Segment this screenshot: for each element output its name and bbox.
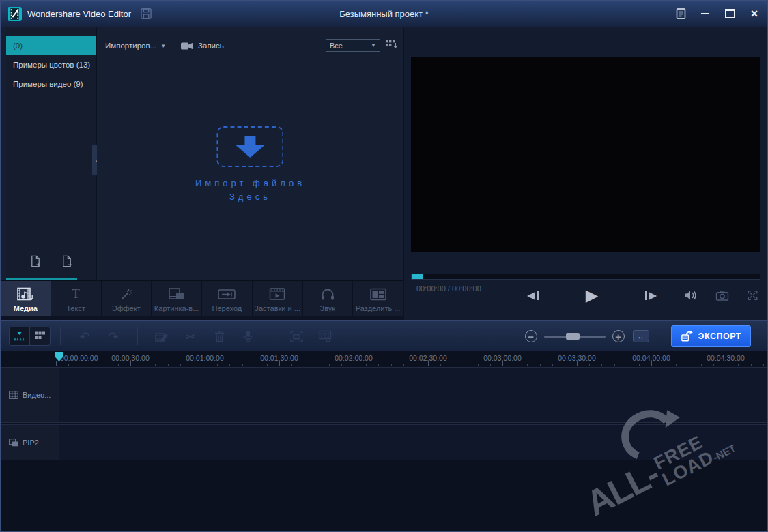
text-t-icon: T (72, 286, 80, 302)
ruler-label: 00:01:30:00 (260, 354, 298, 362)
track-pip2: PIP2 (1, 424, 767, 460)
tab-transition[interactable]: Переход (202, 281, 253, 316)
zoom-slider[interactable] (544, 336, 606, 338)
ruler-label: 00:01:00:00 (186, 354, 223, 362)
project-title: Безымянный проект * (339, 9, 429, 19)
volume-button[interactable] (684, 290, 698, 301)
toolbar-separator (272, 327, 272, 345)
tab-sound[interactable]: Звук (303, 281, 354, 316)
tab-label: Звук (320, 304, 336, 312)
tab-pip[interactable]: Картинка-в... (152, 281, 202, 316)
menu-icon[interactable] (674, 8, 687, 20)
ruler-label: 00:03:00:00 (483, 354, 521, 362)
tab-intro[interactable]: Заставки и ... (253, 281, 303, 316)
app-logo-icon (8, 7, 22, 21)
storyboard-view-button[interactable] (29, 327, 50, 345)
seek-handle[interactable] (412, 274, 423, 279)
track-video: Видео... (1, 367, 767, 423)
fullscreen-button[interactable] (747, 290, 758, 301)
timeline-ruler[interactable]: 00:00:00:00 00:00:30:00 00:01:00:00 00:0… (1, 351, 767, 368)
fit-timeline-button[interactable]: ↔ (633, 330, 649, 342)
library-sidebar: (0) Примеры цветов (13) Примеры видео (9… (6, 27, 97, 280)
import-dropdown[interactable]: Импортиров... ▼ (105, 42, 166, 50)
timeline-panel: 00:00:00:00 00:00:30:00 00:01:00:00 00:0… (1, 351, 767, 532)
minimize-button[interactable] (699, 8, 711, 20)
seek-bar[interactable] (411, 274, 760, 280)
video-viewport (411, 57, 760, 252)
view-toggle-group (9, 327, 51, 346)
picture-in-picture-icon (169, 286, 185, 302)
import-dropzone[interactable]: Импорт файлов Здесь (195, 126, 305, 204)
maximize-icon (725, 9, 735, 18)
playhead-line[interactable] (59, 360, 59, 523)
close-button[interactable]: × (748, 8, 760, 20)
media-film-icon (17, 286, 34, 302)
window-controls: × (674, 1, 760, 27)
split-scissors-button[interactable]: ✂ (182, 327, 199, 345)
record-button[interactable]: Запись (181, 42, 224, 50)
tab-label: Эффект (112, 304, 141, 312)
transition-arrow-icon (218, 286, 236, 302)
feature-tabbar: Медиа T Текст Эффект Картин (1, 280, 403, 316)
timeline-view-button[interactable] (10, 327, 29, 345)
intro-clip-icon (269, 286, 285, 302)
ruler-label: 00:04:00:00 (632, 354, 670, 362)
watermark-text: ALL- (582, 458, 664, 520)
sidebar-item-sample-colors[interactable]: Примеры цветов (13) (6, 55, 96, 74)
edit-clip-button[interactable] (153, 327, 171, 345)
titlebar: Wondershare Video Editor Безымянный прое… (1, 1, 767, 27)
track-pip2-lane[interactable] (59, 424, 767, 460)
dropzone-border (217, 126, 284, 167)
undo-button[interactable]: ↶ (76, 327, 94, 345)
zoom-out-button[interactable]: − (525, 330, 537, 342)
export-button[interactable]: ЭКСПОРТ (671, 325, 751, 347)
ruler-label: 00:02:30:00 (409, 354, 446, 362)
ruler-label: 00:00:00:00 (60, 354, 98, 362)
previous-frame-button[interactable]: ◀ (527, 289, 540, 301)
media-library-panel: (0) Примеры цветов (13) Примеры видео (9… (1, 27, 403, 280)
step-back-icon: ◀ (527, 289, 535, 301)
scene-detect-button[interactable] (287, 327, 305, 345)
play-icon: ▶ (586, 286, 598, 305)
zoom-in-button[interactable]: + (612, 330, 625, 342)
dropzone-line2: Здесь (195, 190, 305, 204)
redo-button[interactable]: ↷ (104, 327, 122, 345)
export-label: ЭКСПОРТ (698, 331, 741, 341)
step-forward-icon: ▶ (649, 289, 657, 301)
preview-tools (684, 280, 758, 310)
filter-dropdown[interactable]: Все ▼ (326, 39, 380, 52)
play-button[interactable]: ▶ (586, 286, 598, 305)
sidebar-item-sample-videos[interactable]: Примеры видео (9) (6, 74, 96, 93)
delete-button[interactable] (210, 327, 228, 345)
tab-split[interactable]: Разделить ... (353, 281, 403, 316)
sort-view-icon[interactable] (385, 39, 398, 50)
tab-text[interactable]: T Текст (51, 281, 102, 316)
tab-label: Картинка-в... (154, 304, 199, 312)
remove-file-button[interactable] (61, 255, 73, 268)
track-pip2-header[interactable]: PIP2 (1, 424, 59, 460)
voiceover-mic-button[interactable] (239, 327, 257, 345)
maximize-button[interactable] (724, 8, 736, 20)
save-icon[interactable] (141, 8, 152, 19)
add-file-button[interactable] (29, 255, 42, 268)
track-video-lane[interactable] (59, 367, 767, 423)
audio-mixer-button[interactable] (316, 327, 334, 345)
sidebar-item-user-album[interactable]: (0) (6, 36, 96, 55)
sidebar-item-label: Примеры видео (9) (13, 80, 83, 88)
minimize-icon (701, 13, 709, 14)
app-window: Wondershare Video Editor Безымянный прое… (0, 0, 768, 532)
import-label: Импортиров... (105, 42, 156, 50)
next-frame-button[interactable]: ▶ (644, 289, 657, 301)
tab-label: Разделить ... (356, 304, 401, 312)
sidebar-item-label: Примеры цветов (13) (13, 61, 90, 69)
tab-effect[interactable]: Эффект (102, 281, 152, 316)
headphones-icon (320, 286, 335, 302)
ruler-label: 00:03:30:00 (558, 354, 595, 362)
record-label: Запись (198, 42, 224, 50)
snapshot-button[interactable] (715, 290, 729, 301)
filter-value: Все (330, 42, 343, 50)
track-video-header[interactable]: Видео... (1, 367, 59, 423)
zoom-slider-handle[interactable] (566, 333, 580, 340)
track-label: PIP2 (23, 439, 39, 447)
tab-media[interactable]: Медиа (1, 281, 51, 316)
